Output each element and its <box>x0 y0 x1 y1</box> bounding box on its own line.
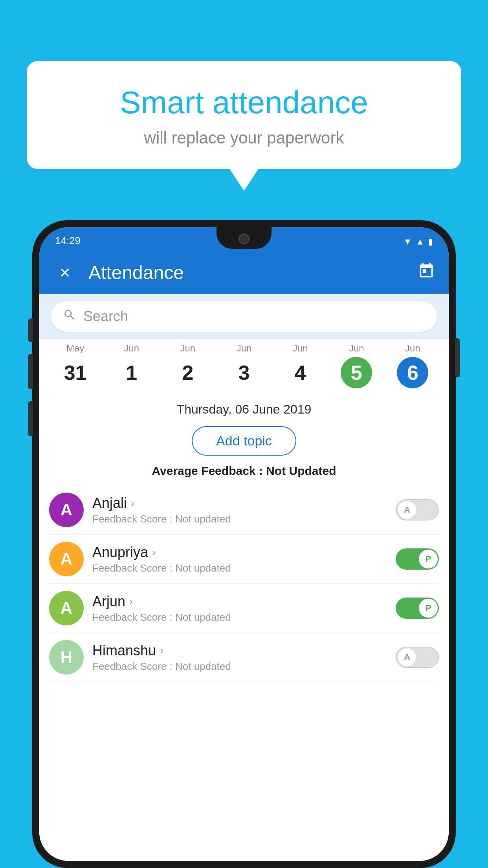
student-name: Arjun › <box>92 593 387 610</box>
toggle-container: A <box>396 499 439 520</box>
feedback-score: Feedback Score : Not updated <box>92 660 387 673</box>
chevron-icon: › <box>152 546 156 559</box>
feedback-score: Feedback Score : Not updated <box>92 611 387 623</box>
list-item[interactable]: AAnjali ›Feedback Score : Not updatedA <box>49 485 439 535</box>
battery-icon: ▮ <box>428 237 433 247</box>
close-button[interactable]: × <box>53 262 77 283</box>
avatar: H <box>49 640 84 675</box>
cal-day[interactable]: Jun1 <box>103 343 160 388</box>
list-item[interactable]: AArjun ›Feedback Score : Not updatedP <box>49 584 439 633</box>
status-icons: ▼ ▲ ▮ <box>403 237 433 247</box>
search-box[interactable]: Search <box>51 301 437 332</box>
toggle-knob: A <box>398 500 416 519</box>
calendar-strip: May31Jun1Jun2Jun3Jun4Jun5Jun6 <box>39 339 449 394</box>
avg-feedback-label: Average Feedback : <box>152 464 262 477</box>
avg-feedback: Average Feedback : Not Updated <box>39 461 449 485</box>
student-name: Anupriya › <box>92 544 387 561</box>
status-time: 14:29 <box>55 235 81 247</box>
calendar-icon[interactable] <box>418 262 435 283</box>
phone-outer: 14:29 ▼ ▲ ▮ × Attendance <box>32 220 456 868</box>
selected-date: Thursday, 06 June 2019 <box>39 394 449 421</box>
app-bar-title: Attendance <box>88 262 406 283</box>
toggle-container: P <box>396 598 439 619</box>
add-topic-button[interactable]: Add topic <box>192 426 296 456</box>
mute-button <box>28 318 33 342</box>
volume-up-button <box>28 354 33 389</box>
cal-day[interactable]: Jun4 <box>272 343 328 388</box>
student-name: Himanshu › <box>92 642 387 659</box>
cal-day[interactable]: Jun3 <box>216 343 272 388</box>
search-icon <box>63 308 76 325</box>
signal-icon: ▲ <box>416 237 424 247</box>
cal-day[interactable]: Jun5 <box>328 343 385 388</box>
avatar: A <box>49 542 84 576</box>
bubble-title: Smart attendance <box>46 85 442 121</box>
attendance-toggle[interactable]: P <box>396 598 439 619</box>
avatar: A <box>49 591 84 625</box>
toggle-container: P <box>396 548 439 570</box>
cal-day[interactable]: Jun6 <box>385 343 441 388</box>
chevron-icon: › <box>131 497 134 509</box>
avg-feedback-value: Not Updated <box>266 464 336 477</box>
list-item[interactable]: HHimanshu ›Feedback Score : Not updatedA <box>49 633 439 682</box>
volume-down-button <box>28 401 33 436</box>
search-container: Search <box>39 294 449 339</box>
content-area: Thursday, 06 June 2019 Add topic Average… <box>39 394 449 861</box>
camera <box>238 234 250 245</box>
phone-notch <box>216 227 272 249</box>
student-name: Anjali › <box>92 495 387 511</box>
search-placeholder: Search <box>83 308 128 325</box>
chevron-icon: › <box>129 595 133 608</box>
phone-screen: 14:29 ▼ ▲ ▮ × Attendance <box>39 227 449 861</box>
feedback-score: Feedback Score : Not updated <box>92 562 387 574</box>
student-list: AAnjali ›Feedback Score : Not updatedAAA… <box>39 485 449 682</box>
speech-bubble-container: Smart attendance will replace your paper… <box>27 61 461 169</box>
toggle-knob: P <box>419 550 438 568</box>
cal-day[interactable]: May31 <box>47 343 103 388</box>
attendance-toggle[interactable]: P <box>396 548 439 570</box>
attendance-toggle[interactable]: A <box>396 647 439 668</box>
toggle-container: A <box>396 647 439 668</box>
cal-day[interactable]: Jun2 <box>160 343 216 388</box>
phone-mockup: 14:29 ▼ ▲ ▮ × Attendance <box>32 220 456 868</box>
toggle-knob: P <box>419 599 438 618</box>
toggle-knob: A <box>398 648 416 667</box>
app-bar: × Attendance <box>39 251 449 294</box>
phone-content: 14:29 ▼ ▲ ▮ × Attendance <box>39 227 449 861</box>
wifi-icon: ▼ <box>403 237 412 247</box>
power-button <box>455 338 460 377</box>
avatar: A <box>49 493 84 527</box>
attendance-toggle[interactable]: A <box>396 499 439 520</box>
bubble-subtitle: will replace your paperwork <box>46 129 442 147</box>
feedback-score: Feedback Score : Not updated <box>92 513 387 525</box>
chevron-icon: › <box>160 644 163 657</box>
list-item[interactable]: AAnupriya ›Feedback Score : Not updatedP <box>49 535 439 584</box>
speech-bubble: Smart attendance will replace your paper… <box>27 61 461 169</box>
